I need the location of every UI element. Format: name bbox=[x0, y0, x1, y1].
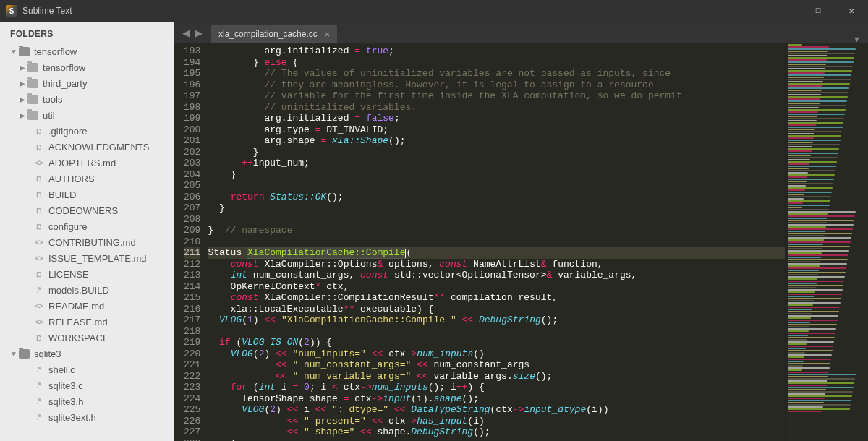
code-line[interactable]: ++input_num; bbox=[208, 158, 785, 169]
code-line[interactable] bbox=[208, 236, 785, 248]
file-tree-item[interactable]: 🗋AUTHORS bbox=[0, 171, 174, 187]
nav-fwd-icon[interactable]: ▶ bbox=[195, 27, 203, 38]
code-line[interactable]: const XlaCompiler::Options& options, con… bbox=[208, 259, 785, 270]
code-line[interactable]: << " present=" << ctx->has_input(i) bbox=[208, 416, 785, 427]
code-line[interactable]: << " shape=" << shape.DebugString(); bbox=[208, 427, 785, 438]
code-line[interactable]: } bbox=[208, 147, 785, 158]
minimap-line bbox=[788, 144, 840, 145]
sidebar-heading: FOLDERS bbox=[0, 26, 174, 43]
minimap-line bbox=[788, 187, 833, 189]
folder-tree-item[interactable]: ▼tensorflow bbox=[0, 43, 174, 59]
line-number: 225 bbox=[184, 404, 200, 416]
code-line[interactable] bbox=[208, 180, 785, 192]
code-line[interactable]: for (int i = 0; i < ctx->num_inputs(); i… bbox=[208, 382, 785, 393]
file-tree-item[interactable]: /*shell.c bbox=[0, 361, 174, 377]
minimap-line bbox=[788, 198, 804, 200]
code-line[interactable]: arg.type = DT_INVALID; bbox=[208, 124, 785, 136]
minimap-line bbox=[788, 285, 843, 286]
code-line[interactable] bbox=[208, 326, 785, 338]
folder-tree-item[interactable]: ▶tensorflow bbox=[0, 59, 174, 75]
file-tree-item[interactable]: <>RELEASE.md bbox=[0, 314, 174, 330]
minimap-line bbox=[788, 59, 827, 61]
tab-close-icon[interactable]: × bbox=[325, 29, 331, 40]
app-icon: S bbox=[6, 5, 17, 17]
code-line[interactable] bbox=[208, 214, 785, 226]
line-number: 202 bbox=[184, 147, 200, 158]
file-tree-item[interactable]: <>ISSUE_TEMPLATE.md bbox=[0, 250, 174, 266]
code-line[interactable]: // variable for the first time inside th… bbox=[208, 90, 785, 102]
minimap-line bbox=[788, 287, 816, 288]
code-line[interactable]: arg.initialized = true; bbox=[208, 46, 785, 57]
line-number-gutter: 1931941951961971981992002012022032042052… bbox=[174, 43, 208, 441]
code-line[interactable]: } bbox=[208, 169, 785, 181]
code-area[interactable]: 1931941951961971981992002012022032042052… bbox=[174, 43, 868, 441]
code-line[interactable]: // The values of uninitialized variables… bbox=[208, 68, 785, 80]
file-tree-item[interactable]: /*models.BUILD bbox=[0, 282, 174, 298]
file-tree-item[interactable]: 🗋configure bbox=[0, 218, 174, 234]
folder-tree-item[interactable]: ▶util bbox=[0, 107, 174, 123]
minimap-line bbox=[788, 83, 850, 85]
code-line[interactable]: VLOG(2) << i << ": dtype=" << DataTypeSt… bbox=[208, 404, 785, 416]
tab-dropdown-icon[interactable]: ▼ bbox=[846, 35, 868, 43]
code-line[interactable]: } // namespace bbox=[208, 225, 785, 236]
code-line[interactable]: << " num_variable_args=" << variable_arg… bbox=[208, 371, 785, 382]
file-tree-item[interactable]: /*sqlite3ext.h bbox=[0, 409, 174, 425]
minimap-line bbox=[788, 170, 835, 171]
minimap-line bbox=[788, 356, 804, 358]
minimap-line bbox=[788, 183, 833, 184]
code-line[interactable]: arg.initialized = false; bbox=[208, 113, 785, 124]
code-line[interactable]: TensorShape shape = ctx->input(i).shape(… bbox=[208, 393, 785, 405]
minimap[interactable] bbox=[785, 43, 868, 441]
code-line[interactable]: const XlaCompiler::CompilationResult** c… bbox=[208, 292, 785, 304]
folder-tree-item[interactable]: ▶third_party bbox=[0, 75, 174, 91]
line-number: 200 bbox=[184, 124, 200, 136]
code-line[interactable]: << " num_constant_args=" << num_constant… bbox=[208, 359, 785, 371]
file-tree-item[interactable]: 🗋ACKNOWLEDGMENTS bbox=[0, 139, 174, 155]
file-tree-item[interactable]: /*sqlite3.h bbox=[0, 393, 174, 409]
minimap-line bbox=[788, 224, 854, 226]
code-line[interactable]: VLOG(2) << "num_inputs=" << ctx->num_inp… bbox=[208, 348, 785, 360]
code-line[interactable]: // uninitialized variables. bbox=[208, 102, 785, 114]
file-tree-item[interactable]: <>README.md bbox=[0, 298, 174, 314]
file-tree-item[interactable]: 🗋BUILD bbox=[0, 187, 174, 202]
minimap-line bbox=[788, 87, 849, 89]
code-line[interactable]: Status XlaCompilationCache::Compile( bbox=[208, 247, 785, 259]
minimap-line bbox=[788, 404, 851, 406]
nav-back-icon[interactable]: ◀ bbox=[182, 27, 190, 38]
file-tree-item[interactable]: 🗋CODEOWNERS bbox=[0, 202, 174, 218]
minimap-line bbox=[788, 244, 823, 245]
file-tree-item[interactable]: 🗋LICENSE bbox=[0, 266, 174, 282]
file-tree-item[interactable]: 🗋WORKSPACE bbox=[0, 330, 174, 346]
file-tree-item[interactable]: <>CONTRIBUTING.md bbox=[0, 234, 174, 250]
code-line[interactable]: xla::LocalExecutable** executable) { bbox=[208, 304, 785, 315]
minimap-line bbox=[788, 343, 807, 345]
code-line[interactable]: // they are meaningless. However, it is … bbox=[208, 80, 785, 91]
folder-tree-item[interactable]: ▼sqlite3 bbox=[0, 346, 174, 361]
file-tab[interactable]: xla_compilation_cache.cc × bbox=[211, 25, 337, 43]
source-text[interactable]: arg.initialized = true; } else { // The … bbox=[208, 43, 785, 441]
code-line[interactable]: arg.shape = xla::Shape(); bbox=[208, 135, 785, 147]
maximize-button[interactable]: ☐ bbox=[801, 0, 835, 22]
code-line[interactable]: VLOG(1) << "XlaCompilationCache::Compile… bbox=[208, 314, 785, 326]
file-tree-item[interactable]: <>ADOPTERS.md bbox=[0, 155, 174, 171]
minimap-line bbox=[788, 168, 809, 169]
minimize-button[interactable]: – bbox=[768, 0, 801, 22]
folder-sidebar: FOLDERS ▼tensorflow▶tensorflow▶third_par… bbox=[0, 22, 174, 441]
minimap-line bbox=[788, 46, 829, 48]
code-line[interactable]: } bbox=[208, 202, 785, 214]
code-line[interactable]: OpKernelContext* ctx, bbox=[208, 281, 785, 293]
code-line[interactable]: return Status::OK(); bbox=[208, 192, 785, 203]
folder-tree-item[interactable]: ▶tools bbox=[0, 91, 174, 107]
line-number: 220 bbox=[184, 348, 200, 360]
code-line[interactable]: if (VLOG_IS_ON(2)) { bbox=[208, 337, 785, 348]
minimap-line bbox=[788, 155, 811, 156]
file-tree-item[interactable]: /*sqlite3.c bbox=[0, 377, 174, 393]
code-line[interactable]: } bbox=[208, 438, 785, 442]
minimap-line bbox=[788, 81, 823, 82]
minimap-line bbox=[788, 298, 841, 299]
file-tree-item[interactable]: 🗋.gitignore bbox=[0, 123, 174, 139]
code-line[interactable]: int num_constant_args, const std::vector… bbox=[208, 270, 785, 281]
code-line[interactable]: } else { bbox=[208, 57, 785, 69]
close-button[interactable]: ✕ bbox=[835, 0, 868, 22]
line-number: 211 bbox=[184, 247, 200, 259]
